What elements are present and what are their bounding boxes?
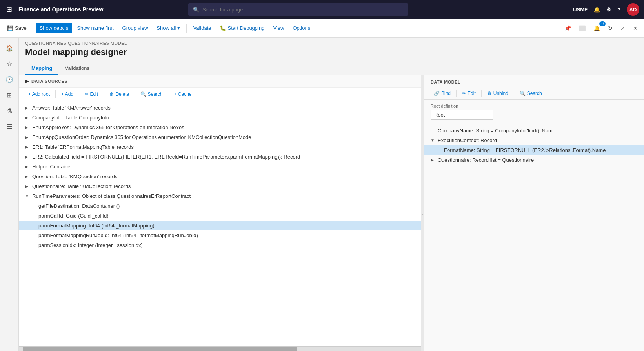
dm-search-button[interactable]: 🔍 Search <box>517 89 545 98</box>
split-panel: ▶ DATA SOURCES + Add root + Add ✏ Edit 🗑… <box>19 75 644 351</box>
ds-collapse-chevron[interactable]: ▶ <box>25 78 29 84</box>
dm-sep-3 <box>514 90 514 97</box>
dm-edit-button[interactable]: ✏ Edit <box>459 89 479 98</box>
filter-icon[interactable]: ⚗ <box>2 104 16 118</box>
add-root-button[interactable]: + Add root <box>25 90 53 99</box>
toolbar-separator-1 <box>33 24 33 33</box>
refresh-icon[interactable]: 🔔 0 <box>590 23 603 34</box>
app-title: Finance and Operations Preview <box>18 6 103 13</box>
tree-label-13: parmFormatMappingRunJobId: Int64 (Int64 … <box>38 232 198 238</box>
dm-label-1: ExecutionContext: Record <box>438 137 497 143</box>
ds-tree-item[interactable]: ▶Question: Table 'KMQuestion' records <box>19 172 421 181</box>
validate-button[interactable]: Validate <box>189 23 215 33</box>
ds-tree-item[interactable]: ▶EnumAppNoYes: Dynamics 365 for Operatio… <box>19 122 421 132</box>
unbind-button[interactable]: 🗑 Unbind <box>484 89 511 98</box>
tree-label-0: Answer: Table 'KMAnswer' records <box>32 105 111 111</box>
ds-tree-item[interactable]: ▼RunTimeParameters: Object of class Ques… <box>19 191 421 201</box>
ds-tree-item[interactable]: ▶ER2: Calculated field = FIRSTORNULL(FIL… <box>19 152 421 162</box>
help-icon[interactable]: ? <box>617 7 620 13</box>
grid-icon[interactable]: ⊞ <box>2 88 16 102</box>
ds-header: ▶ DATA SOURCES <box>19 75 421 88</box>
tree-chevron-4: ▶ <box>25 145 31 149</box>
ds-tree-item[interactable]: parmFormatMapping: Int64 (Int64 _formatM… <box>19 221 421 230</box>
dm-label-0: CompanyName: String = CompanyInfo.'find(… <box>438 128 555 133</box>
tree-chevron-5: ▶ <box>25 155 31 159</box>
ds-toolbar-sep-3 <box>104 90 104 98</box>
dm-tree-item[interactable]: ▼ExecutionContext: Record <box>424 135 644 145</box>
bind-icon: 🔗 <box>434 91 440 96</box>
search-button[interactable]: 🔍 Search <box>137 90 166 99</box>
view-button[interactable]: View <box>269 23 288 33</box>
settings-icon[interactable]: ⚙ <box>606 7 611 13</box>
popout-icon[interactable]: ↗ <box>617 23 628 34</box>
close-icon[interactable]: ✕ <box>630 23 641 34</box>
show-all-chevron: ▾ <box>177 25 180 31</box>
user-company: USMF <box>573 7 588 13</box>
pin-icon[interactable]: 📌 <box>561 23 574 34</box>
dm-sep-2 <box>481 90 482 97</box>
group-view-button[interactable]: Group view <box>118 23 152 33</box>
ds-toolbar-sep-5 <box>168 90 168 98</box>
bind-button[interactable]: 🔗 Bind <box>431 89 454 98</box>
top-bar-right: USMF 🔔 ⚙ ? AD <box>573 3 639 16</box>
notification-icon[interactable]: 🔔 <box>594 7 600 13</box>
ds-tree-item[interactable]: ▶CompanyInfo: Table CompanyInfo <box>19 113 421 122</box>
dm-toolbar: 🔗 Bind ✏ Edit 🗑 Unbind 🔍 <box>424 88 644 100</box>
dm-tree-item[interactable]: ▶Questionnaire: Record list = Questionna… <box>424 155 644 165</box>
ds-tree-item[interactable]: parmCallId: Guid (Guid _callId) <box>19 211 421 221</box>
cache-button[interactable]: + Cache <box>171 90 195 99</box>
dm-root-section: Root definition Root <box>424 100 644 124</box>
search-icon: 🔍 <box>193 7 199 13</box>
expand-icon[interactable]: ⬜ <box>576 23 589 34</box>
dm-tree-item[interactable]: FormatName: String = FIRSTORNULL (ER2.'>… <box>424 145 644 155</box>
tree-chevron-0: ▶ <box>25 106 31 110</box>
save-button[interactable]: 💾 Save <box>3 23 31 33</box>
edit-button[interactable]: ✏ Edit <box>82 90 101 99</box>
tree-label-2: EnumAppNoYes: Dynamics 365 for Operation… <box>32 124 184 130</box>
show-name-first-button[interactable]: Show name first <box>73 23 117 33</box>
tree-label-3: EnumAppQuestionOrder: Dynamics 365 for O… <box>32 134 251 140</box>
ds-scroll-thumb[interactable] <box>23 347 297 351</box>
toolbar-separator-2 <box>186 24 187 33</box>
tree-chevron-6: ▶ <box>25 165 31 169</box>
dm-header: DATA MODEL <box>424 75 644 88</box>
show-details-button[interactable]: Show details <box>36 23 73 33</box>
show-all-button[interactable]: Show all ▾ <box>153 23 184 33</box>
start-debugging-button[interactable]: 🐛 Start Debugging <box>216 23 268 33</box>
ds-tree-item[interactable]: ▶Helper: Container <box>19 162 421 172</box>
list-icon[interactable]: ☰ <box>2 119 16 133</box>
global-search[interactable]: 🔍 <box>188 3 408 16</box>
ds-horizontal-scroll[interactable] <box>19 346 421 351</box>
side-icons: 🏠 ☆ 🕐 ⊞ ⚗ ☰ <box>0 38 19 351</box>
tab-mapping[interactable]: Mapping <box>25 62 58 75</box>
ds-tree-item[interactable]: getFileDestination: DataContainer () <box>19 201 421 211</box>
delete-button[interactable]: 🗑 Delete <box>106 90 132 99</box>
ds-tree-item[interactable]: parmFormatMappingRunJobId: Int64 (Int64 … <box>19 230 421 240</box>
waffle-icon[interactable]: ⊞ <box>5 4 14 15</box>
add-button[interactable]: + Add <box>58 90 76 99</box>
dm-root-value: Root <box>431 110 493 120</box>
tree-label-5: ER2: Calculated field = FIRSTORNULL(FILT… <box>32 154 300 160</box>
options-button[interactable]: Options <box>289 23 314 33</box>
breadcrumb: QUESTIONNAIRES QUESTIONNAIRES MODEL <box>19 38 644 46</box>
tree-label-6: Helper: Container <box>32 164 72 170</box>
home-icon[interactable]: 🏠 <box>2 41 16 55</box>
ds-tree-item[interactable]: ▶Answer: Table 'KMAnswer' records <box>19 103 421 113</box>
panel-divider[interactable]: ⋮ <box>421 75 424 351</box>
tab-validations[interactable]: Validations <box>58 62 96 75</box>
ds-tree-item[interactable]: ▶Questionnaire: Table 'KMCollection' rec… <box>19 181 421 191</box>
ds-tree-item[interactable]: ▶EnumAppQuestionOrder: Dynamics 365 for … <box>19 132 421 142</box>
ds-header-title: DATA SOURCES <box>31 79 67 84</box>
tree-chevron-9: ▼ <box>25 194 31 198</box>
clock-icon[interactable]: 🕐 <box>2 72 16 86</box>
tree-label-12: parmFormatMapping: Int64 (Int64 _formatM… <box>38 223 155 229</box>
search-input[interactable] <box>202 7 403 13</box>
ds-tree-item[interactable]: ▶ER1: Table 'ERFormatMappingTable' recor… <box>19 142 421 152</box>
reload-icon[interactable]: ↻ <box>605 23 616 34</box>
tree-label-1: CompanyInfo: Table CompanyInfo <box>32 115 109 121</box>
avatar[interactable]: AD <box>627 3 639 16</box>
star-icon[interactable]: ☆ <box>2 57 16 71</box>
ds-tree-item[interactable]: parmSessionIdx: Integer (Integer _sessio… <box>19 240 421 250</box>
tree-chevron-8: ▶ <box>25 184 31 188</box>
dm-tree-item[interactable]: CompanyName: String = CompanyInfo.'find(… <box>424 126 644 135</box>
